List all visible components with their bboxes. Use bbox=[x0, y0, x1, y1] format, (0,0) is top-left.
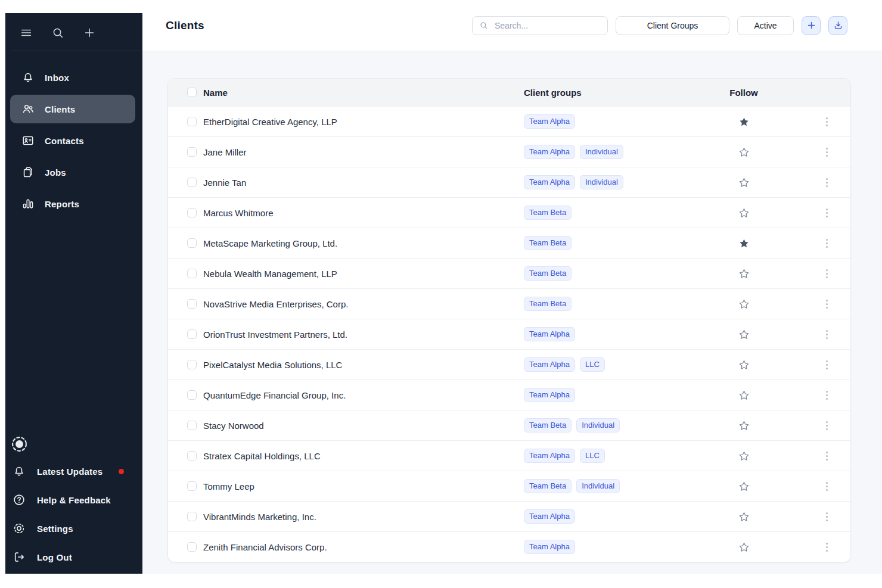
table-row[interactable]: Nebula Wealth Management, LLP Team Beta bbox=[168, 258, 850, 288]
row-checkbox[interactable] bbox=[187, 147, 197, 157]
bell-icon bbox=[21, 71, 35, 84]
table-row[interactable]: MetaScape Marketing Group, Ltd. Team Bet… bbox=[168, 228, 850, 258]
row-menu-button[interactable] bbox=[822, 479, 831, 494]
row-menu-button[interactable] bbox=[822, 145, 831, 160]
row-checkbox[interactable] bbox=[187, 329, 197, 339]
follow-star-button[interactable] bbox=[737, 419, 751, 433]
sidebar-item-latest-updates[interactable]: Latest Updates bbox=[5, 457, 142, 486]
sidebar-add-button[interactable] bbox=[83, 26, 96, 39]
hamburger-icon bbox=[20, 26, 33, 39]
follow-star-button[interactable] bbox=[737, 297, 751, 311]
sidebar-item-reports[interactable]: Reports bbox=[10, 189, 135, 218]
table-row[interactable]: EtherDigital Creative Agency, LLP Team A… bbox=[168, 106, 850, 136]
follow-star-button[interactable] bbox=[737, 115, 751, 129]
client-group-tag: Team Alpha bbox=[524, 540, 575, 554]
sidebar-item-settings[interactable]: Settings bbox=[5, 514, 142, 543]
row-checkbox[interactable] bbox=[187, 512, 197, 521]
sidebar-item-label: Contacts bbox=[45, 136, 84, 146]
client-group-tag: Team Beta bbox=[524, 418, 572, 433]
row-checkbox[interactable] bbox=[187, 238, 197, 248]
sidebar-item-help-feedback[interactable]: Help & Feedback bbox=[5, 486, 142, 514]
row-checkbox[interactable] bbox=[187, 451, 197, 461]
follow-star-button[interactable] bbox=[737, 510, 751, 524]
follow-star-button[interactable] bbox=[737, 328, 751, 341]
table-row[interactable]: Jane Miller Team AlphaIndividual bbox=[168, 136, 850, 167]
row-menu-button[interactable] bbox=[822, 540, 831, 555]
add-client-button[interactable] bbox=[802, 16, 821, 35]
table-row[interactable]: Marcus Whitmore Team Beta bbox=[168, 197, 850, 228]
follow-star-button[interactable] bbox=[737, 358, 751, 372]
follow-star-button[interactable] bbox=[737, 176, 751, 189]
client-group-tag: Team Alpha bbox=[524, 175, 575, 189]
table-row[interactable]: Zenith Financial Advisors Corp. Team Alp… bbox=[168, 531, 850, 562]
client-name: Jane Miller bbox=[203, 147, 524, 157]
row-menu-button[interactable] bbox=[822, 509, 831, 524]
client-groups-button[interactable]: Client Groups bbox=[616, 16, 729, 35]
table-row[interactable]: Jennie Tan Team AlphaIndividual bbox=[168, 167, 850, 197]
sidebar-item-inbox[interactable]: Inbox bbox=[10, 63, 135, 92]
row-checkbox[interactable] bbox=[187, 299, 197, 309]
row-checkbox[interactable] bbox=[187, 117, 197, 126]
table-row[interactable]: VibrantMinds Marketing, Inc. Team Alpha bbox=[168, 501, 850, 531]
row-checkbox[interactable] bbox=[187, 208, 197, 217]
table-row[interactable]: QuantumEdge Financial Group, Inc. Team A… bbox=[168, 379, 850, 410]
sidebar-search-button[interactable] bbox=[51, 26, 64, 39]
row-checkbox[interactable] bbox=[187, 421, 197, 430]
row-menu-button[interactable] bbox=[822, 388, 831, 403]
follow-star-button[interactable] bbox=[737, 145, 751, 159]
table-body: EtherDigital Creative Agency, LLP Team A… bbox=[168, 106, 850, 562]
client-group-tag: Team Alpha bbox=[524, 388, 575, 402]
table-row[interactable]: Stacy Norwood Team BetaIndividual bbox=[168, 410, 850, 440]
export-button[interactable] bbox=[828, 16, 847, 35]
row-menu-button[interactable] bbox=[822, 266, 831, 281]
row-checkbox[interactable] bbox=[187, 178, 197, 187]
row-menu-button[interactable] bbox=[822, 114, 831, 129]
client-name: NovaStrive Media Enterprises, Corp. bbox=[203, 299, 524, 309]
follow-star-button[interactable] bbox=[737, 267, 751, 281]
gear-icon bbox=[13, 522, 26, 535]
client-name: Marcus Whitmore bbox=[203, 208, 524, 218]
row-checkbox[interactable] bbox=[187, 269, 197, 278]
table-row[interactable]: Stratex Capital Holdings, LLC Team Alpha… bbox=[168, 440, 850, 471]
follow-star-button[interactable] bbox=[737, 237, 751, 250]
table-row[interactable]: PixelCatalyst Media Solutions, LLC Team … bbox=[168, 349, 850, 379]
row-menu-button[interactable] bbox=[822, 236, 831, 251]
table-row[interactable]: OrionTrust Investment Partners, Ltd. Tea… bbox=[168, 319, 850, 349]
sidebar-item-label: Settings bbox=[37, 524, 73, 534]
contacts-icon bbox=[21, 134, 35, 147]
client-group-tag: Team Beta bbox=[524, 206, 572, 220]
menu-button[interactable] bbox=[20, 26, 33, 39]
table-row[interactable]: NovaStrive Media Enterprises, Corp. Team… bbox=[168, 288, 850, 319]
table-header-row: Name Client groups Follow bbox=[168, 79, 850, 106]
follow-star-button[interactable] bbox=[737, 206, 751, 220]
sidebar: InboxClientsContactsJobsReports Latest U… bbox=[5, 13, 142, 574]
sidebar-item-clients[interactable]: Clients bbox=[10, 95, 135, 123]
row-checkbox[interactable] bbox=[187, 360, 197, 369]
star-icon bbox=[738, 450, 750, 462]
row-checkbox[interactable] bbox=[187, 481, 197, 491]
row-menu-button[interactable] bbox=[822, 418, 831, 433]
status-icon bbox=[11, 435, 28, 453]
follow-star-button[interactable] bbox=[737, 388, 751, 402]
sidebar-item-jobs[interactable]: Jobs bbox=[10, 158, 135, 186]
select-all-checkbox[interactable] bbox=[187, 88, 197, 97]
active-filter-button[interactable]: Active bbox=[737, 16, 794, 35]
client-name: Jennie Tan bbox=[203, 178, 524, 188]
row-checkbox[interactable] bbox=[187, 390, 197, 400]
table-row[interactable]: Tommy Leep Team BetaIndividual bbox=[168, 471, 850, 501]
row-menu-button[interactable] bbox=[822, 175, 831, 190]
star-icon bbox=[738, 147, 750, 158]
star-icon bbox=[738, 542, 750, 553]
row-menu-button[interactable] bbox=[822, 357, 831, 372]
sidebar-item-log-out[interactable]: Log Out bbox=[5, 543, 142, 571]
follow-star-button[interactable] bbox=[737, 480, 751, 493]
sidebar-item-contacts[interactable]: Contacts bbox=[10, 126, 135, 155]
search-input[interactable] bbox=[493, 20, 601, 31]
follow-star-button[interactable] bbox=[737, 449, 751, 463]
row-menu-button[interactable] bbox=[822, 327, 831, 342]
row-checkbox[interactable] bbox=[187, 542, 197, 552]
row-menu-button[interactable] bbox=[822, 206, 831, 220]
row-menu-button[interactable] bbox=[822, 297, 831, 312]
follow-star-button[interactable] bbox=[737, 540, 751, 554]
row-menu-button[interactable] bbox=[822, 449, 831, 463]
